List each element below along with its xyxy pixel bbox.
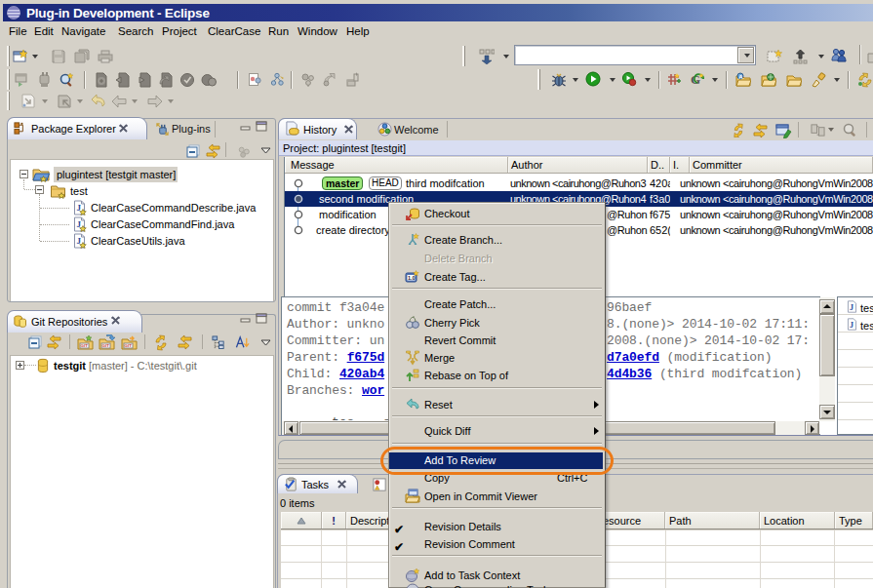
svg-text:GIT: GIT — [81, 343, 89, 348]
svg-text:J: J — [850, 303, 853, 312]
svg-text:J: J — [850, 321, 853, 330]
svg-text:GIT: GIT — [125, 343, 133, 348]
svg-text:A: A — [738, 74, 743, 80]
svg-text:GIT: GIT — [102, 343, 110, 348]
